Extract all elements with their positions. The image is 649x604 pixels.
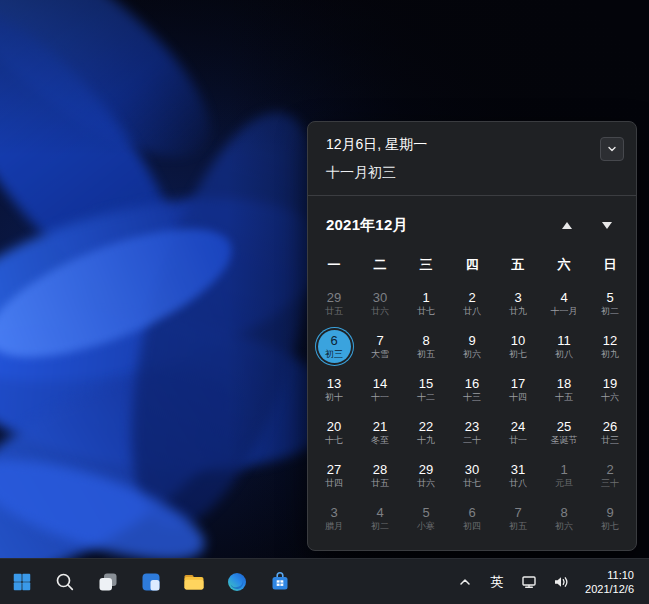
calendar-day[interactable]: 8初六 bbox=[541, 497, 587, 540]
calendar-day[interactable]: 30廿六 bbox=[357, 282, 403, 325]
calendar-flyout: 12月6日, 星期一 十一月初三 2021年12月 一二三四五六日 29廿五30… bbox=[307, 121, 637, 551]
clock-date: 2021/12/6 bbox=[585, 582, 634, 596]
weekday-label: 五 bbox=[495, 252, 541, 278]
clock-time: 11:10 bbox=[607, 568, 634, 582]
calendar-day[interactable]: 4初二 bbox=[357, 497, 403, 540]
calendar-day[interactable]: 6初四 bbox=[449, 497, 495, 540]
microsoft-store-icon bbox=[268, 570, 292, 594]
system-tray: 英 11:10 2021/12/6 bbox=[450, 565, 645, 599]
search-button[interactable] bbox=[45, 562, 85, 602]
calendar-day[interactable]: 15十二 bbox=[403, 368, 449, 411]
edge-icon bbox=[226, 571, 248, 593]
calendar-day[interactable]: 29廿五 bbox=[311, 282, 357, 325]
volume-button[interactable] bbox=[546, 565, 576, 599]
weekday-label: 六 bbox=[541, 252, 587, 278]
calendar-day[interactable]: 16十三 bbox=[449, 368, 495, 411]
calendar-day[interactable]: 23二十 bbox=[449, 411, 495, 454]
calendar-header-text: 12月6日, 星期一 十一月初三 bbox=[326, 136, 427, 182]
calendar-grid: 29廿五30廿六1廿七2廿八3廿九4十一月5初二6初三7大雪8初五9初六10初七… bbox=[308, 280, 636, 550]
calendar-header: 12月6日, 星期一 十一月初三 bbox=[308, 122, 636, 195]
chevron-up-icon bbox=[456, 573, 474, 591]
file-explorer-icon bbox=[182, 570, 206, 594]
previous-month-button[interactable] bbox=[554, 212, 580, 238]
edge-button[interactable] bbox=[217, 562, 257, 602]
weekday-label: 一 bbox=[311, 252, 357, 278]
ime-mode-button[interactable]: 英 bbox=[482, 565, 512, 599]
chevron-down-icon bbox=[602, 222, 612, 229]
weekday-label: 二 bbox=[357, 252, 403, 278]
calendar-day[interactable]: 5初二 bbox=[587, 282, 633, 325]
calendar-day[interactable]: 2廿八 bbox=[449, 282, 495, 325]
start-button[interactable] bbox=[2, 562, 42, 602]
calendar-day[interactable]: 1廿七 bbox=[403, 282, 449, 325]
widgets-icon bbox=[140, 571, 162, 593]
calendar-day[interactable]: 13初十 bbox=[311, 368, 357, 411]
calendar-day[interactable]: 20十七 bbox=[311, 411, 357, 454]
calendar-day[interactable]: 9初七 bbox=[587, 497, 633, 540]
month-arrows bbox=[554, 212, 620, 238]
calendar-day[interactable]: 5小寒 bbox=[403, 497, 449, 540]
calendar-day[interactable]: 19十六 bbox=[587, 368, 633, 411]
calendar-day[interactable]: 7大雪 bbox=[357, 325, 403, 368]
calendar-day[interactable]: 1元旦 bbox=[541, 454, 587, 497]
calendar-day[interactable]: 8初五 bbox=[403, 325, 449, 368]
network-button[interactable] bbox=[514, 565, 544, 599]
calendar-day[interactable]: 9初六 bbox=[449, 325, 495, 368]
weekday-row: 一二三四五六日 bbox=[308, 244, 636, 280]
calendar-day[interactable]: 14十一 bbox=[357, 368, 403, 411]
calendar-day[interactable]: 29廿六 bbox=[403, 454, 449, 497]
lunar-date-label: 十一月初三 bbox=[326, 164, 427, 182]
microsoft-store-button[interactable] bbox=[260, 562, 300, 602]
calendar-day[interactable]: 18十五 bbox=[541, 368, 587, 411]
calendar-day[interactable]: 25圣诞节 bbox=[541, 411, 587, 454]
calendar-day[interactable]: 11初八 bbox=[541, 325, 587, 368]
file-explorer-button[interactable] bbox=[174, 562, 214, 602]
calendar-day[interactable]: 22十九 bbox=[403, 411, 449, 454]
calendar-day[interactable]: 4十一月 bbox=[541, 282, 587, 325]
taskbar-apps bbox=[2, 562, 300, 602]
ime-mode-label: 英 bbox=[491, 573, 504, 591]
network-icon bbox=[520, 573, 538, 591]
widgets-button[interactable] bbox=[131, 562, 171, 602]
calendar-day[interactable]: 31廿八 bbox=[495, 454, 541, 497]
month-year-label[interactable]: 2021年12月 bbox=[326, 216, 408, 235]
chevron-up-icon bbox=[562, 222, 572, 229]
search-icon bbox=[54, 571, 76, 593]
calendar-day[interactable]: 28廿五 bbox=[357, 454, 403, 497]
calendar-day[interactable]: 7初五 bbox=[495, 497, 541, 540]
calendar-day[interactable]: 12初九 bbox=[587, 325, 633, 368]
calendar-day[interactable]: 2三十 bbox=[587, 454, 633, 497]
calendar-day[interactable]: 30廿七 bbox=[449, 454, 495, 497]
calendar-day-selected[interactable]: 6初三 bbox=[311, 325, 357, 368]
calendar-day[interactable]: 3腊月 bbox=[311, 497, 357, 540]
calendar-day[interactable]: 21冬至 bbox=[357, 411, 403, 454]
volume-icon bbox=[552, 573, 570, 591]
windows-logo-icon bbox=[11, 571, 33, 593]
weekday-label: 三 bbox=[403, 252, 449, 278]
clock[interactable]: 11:10 2021/12/6 bbox=[578, 568, 641, 596]
next-month-button[interactable] bbox=[594, 212, 620, 238]
calendar-day[interactable]: 27廿四 bbox=[311, 454, 357, 497]
calendar-day[interactable]: 26廿三 bbox=[587, 411, 633, 454]
selected-date-label: 12月6日, 星期一 bbox=[326, 136, 427, 154]
calendar-day[interactable]: 24廿一 bbox=[495, 411, 541, 454]
month-navigation: 2021年12月 bbox=[308, 196, 636, 244]
taskbar: 英 11:10 2021/12/6 bbox=[0, 558, 649, 604]
calendar-day[interactable]: 17十四 bbox=[495, 368, 541, 411]
calendar-collapse-button[interactable] bbox=[600, 137, 624, 161]
calendar-day[interactable]: 3廿九 bbox=[495, 282, 541, 325]
calendar-day[interactable]: 10初七 bbox=[495, 325, 541, 368]
weekday-label: 四 bbox=[449, 252, 495, 278]
task-view-button[interactable] bbox=[88, 562, 128, 602]
task-view-icon bbox=[97, 571, 119, 593]
weekday-label: 日 bbox=[587, 252, 633, 278]
chevron-down-icon bbox=[605, 142, 619, 156]
hidden-icons-button[interactable] bbox=[450, 565, 480, 599]
